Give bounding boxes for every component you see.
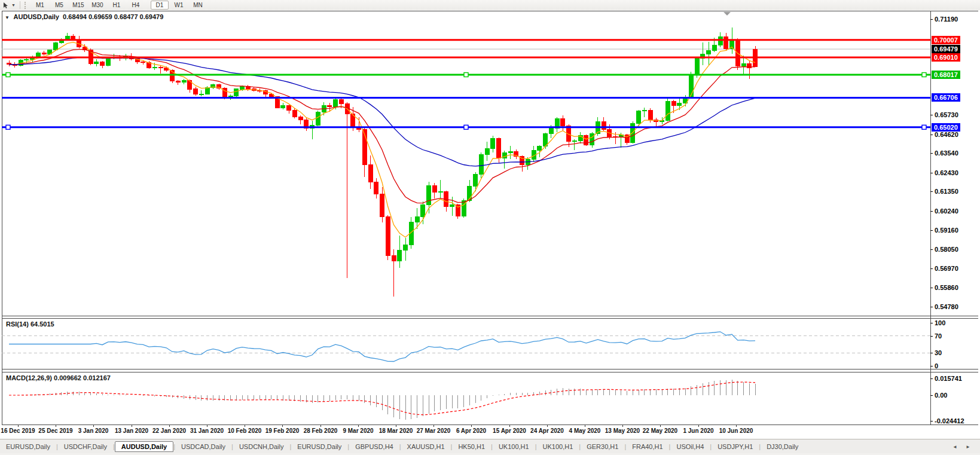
date-axis-label: 28 Feb 2020 xyxy=(304,427,338,434)
timeframe-button-h4[interactable]: H4 xyxy=(127,1,145,10)
price-badge: 0.69010 xyxy=(932,53,960,62)
price-axis-tick xyxy=(930,19,933,20)
price-axis-tick xyxy=(930,268,933,269)
chart-symbol-period: AUDUSD,Daily xyxy=(14,13,59,20)
date-axis-tick xyxy=(93,425,94,427)
chart-tab-dj30-daily[interactable]: DJ30,Daily xyxy=(761,442,804,451)
rsi-axis-tick xyxy=(930,353,933,353)
chart-tab-usdjpy-h1[interactable]: USDJPY,H1 xyxy=(712,442,759,451)
price-axis-tick-label: 0.61350 xyxy=(935,188,958,195)
line-selection-marker[interactable] xyxy=(922,73,926,77)
cursor-tool-button[interactable]: ▼ xyxy=(2,2,17,9)
date-axis-label: 13 Jan 2020 xyxy=(115,427,148,434)
price-badge: 0.68017 xyxy=(932,71,960,79)
date-axis-label: 22 May 2020 xyxy=(643,427,677,434)
timeframe-button-w1[interactable]: W1 xyxy=(170,1,188,10)
chart-tab-eurusd-daily[interactable]: EURUSD,Daily xyxy=(291,442,347,451)
date-axis-tick xyxy=(56,425,56,427)
macd-axis-tick-label: 0.015741 xyxy=(935,375,962,382)
chart-tab-usdcad-daily[interactable]: USDCAD,Daily xyxy=(175,442,231,451)
date-axis-label: 16 Dec 2019 xyxy=(1,427,35,434)
chart-tab-eurusd-daily[interactable]: EURUSD,Daily xyxy=(0,442,56,451)
chart-tab-hk50-h1[interactable]: HK50,H1 xyxy=(452,442,491,451)
price-axis-tick-label: 0.63540 xyxy=(935,149,958,157)
toolbar-grip-handle[interactable] xyxy=(25,2,28,9)
price-axis-tick xyxy=(930,307,933,307)
date-axis-tick xyxy=(282,425,283,427)
date-axis-tick xyxy=(245,425,245,427)
price-badge: 0.70007 xyxy=(932,36,960,44)
price-axis-tick xyxy=(930,135,933,135)
date-axis-tick xyxy=(622,425,623,427)
chart-tab-uk100-h1[interactable]: UK100,H1 xyxy=(537,442,579,451)
line-selection-marker[interactable] xyxy=(6,73,10,77)
date-axis-tick xyxy=(736,425,737,427)
price-axis-tick xyxy=(930,153,933,154)
date-axis-tick xyxy=(358,425,359,427)
price-axis-tick xyxy=(930,288,933,288)
date-axis-tick xyxy=(471,425,472,427)
price-axis-tick-label: 0.60240 xyxy=(935,207,958,215)
chart-tab-uk100-h1[interactable]: UK100,H1 xyxy=(493,442,535,451)
chart-tab-fra40-h1[interactable]: FRA40,H1 xyxy=(626,442,668,451)
chevron-down-icon[interactable]: ▼ xyxy=(11,3,16,7)
rsi-axis-tick xyxy=(930,336,933,337)
date-axis-label: 9 Mar 2020 xyxy=(343,427,373,434)
date-axis-tick xyxy=(169,425,170,427)
timeframe-button-m1[interactable]: M1 xyxy=(31,1,49,10)
price-axis-tick-label: 0.56970 xyxy=(935,265,958,272)
chart-tab-xauusd-h1[interactable]: XAUUSD,H1 xyxy=(401,442,451,451)
line-selection-marker[interactable] xyxy=(464,73,468,77)
date-axis-label: 25 Dec 2019 xyxy=(38,427,72,434)
chart-tab-usdcnh-daily[interactable]: USDCNH,Daily xyxy=(233,442,290,451)
line-selection-marker[interactable] xyxy=(922,125,926,129)
timeframe-button-m5[interactable]: M5 xyxy=(50,1,68,10)
price-axis-tick xyxy=(930,173,933,173)
price-axis-tick xyxy=(930,211,933,212)
macd-axis-tick-label: -0.024412 xyxy=(935,417,964,425)
date-axis-label: 24 Apr 2020 xyxy=(530,427,564,434)
date-axis-tick xyxy=(207,425,207,427)
price-axis-tick-label: 0.54780 xyxy=(935,303,958,310)
date-axis-label: 22 Jan 2020 xyxy=(152,427,186,434)
timeframe-button-d1[interactable]: D1 xyxy=(151,1,169,10)
chart-tab-usdchf-daily[interactable]: USDCHF,Daily xyxy=(58,442,113,451)
top-toolbar: ▼ M1M5M15M30H1H4D1W1MN xyxy=(0,0,980,11)
chart-tab-ger30-h1[interactable]: GER30,H1 xyxy=(581,442,624,451)
fast-navigation-icon[interactable]: ▼ xyxy=(5,15,10,20)
timeframe-button-h1[interactable]: H1 xyxy=(108,1,126,10)
chart-tab-usoil-h4[interactable]: USOil,H4 xyxy=(670,442,710,451)
cursor-icon xyxy=(2,2,10,9)
date-axis-label: 15 Apr 2020 xyxy=(493,427,526,434)
date-axis: 16 Dec 201925 Dec 20193 Jan 202013 Jan 2… xyxy=(0,425,980,438)
macd-axis-tick xyxy=(930,395,933,396)
price-axis-tick-label: 0.55860 xyxy=(935,284,958,291)
date-axis-tick xyxy=(433,425,434,427)
rsi-pane[interactable] xyxy=(2,318,930,369)
rsi-pane-bottom-border xyxy=(2,369,978,370)
timeframe-button-mn[interactable]: MN xyxy=(189,1,207,10)
date-axis-label: 10 Feb 2020 xyxy=(228,427,262,434)
timeframe-button-m30[interactable]: M30 xyxy=(88,1,106,10)
date-axis-tick xyxy=(660,425,661,427)
price-axis-tick xyxy=(930,191,933,192)
toolbar-separator xyxy=(20,1,20,9)
date-axis-label: 1 Jun 2020 xyxy=(683,427,713,434)
line-selection-marker[interactable] xyxy=(464,125,468,129)
date-axis-tick xyxy=(509,425,510,427)
price-chart-pane[interactable] xyxy=(2,11,930,316)
rsi-axis-tick-label: 70 xyxy=(935,332,942,340)
chart-tab-gbpusd-h4[interactable]: GBPUSD,H4 xyxy=(349,442,399,451)
macd-pane[interactable] xyxy=(2,372,930,425)
date-axis-label: 27 Mar 2020 xyxy=(417,427,451,434)
timeframe-button-m15[interactable]: M15 xyxy=(69,1,87,10)
chart-tab-audusd-daily[interactable]: AUDUSD,Daily xyxy=(115,441,173,452)
date-axis-label: 6 Apr 2020 xyxy=(456,427,486,434)
line-selection-marker[interactable] xyxy=(6,125,10,129)
date-axis-label: 31 Jan 2020 xyxy=(190,427,224,434)
tab-scroll-arrows[interactable]: ◄ ► xyxy=(952,444,974,450)
date-axis-tick xyxy=(18,425,19,427)
macd-label: MACD(12,26,9) 0.009662 0.012167 xyxy=(6,374,111,381)
date-axis-tick xyxy=(698,425,699,427)
chart-shift-marker[interactable] xyxy=(723,12,731,16)
